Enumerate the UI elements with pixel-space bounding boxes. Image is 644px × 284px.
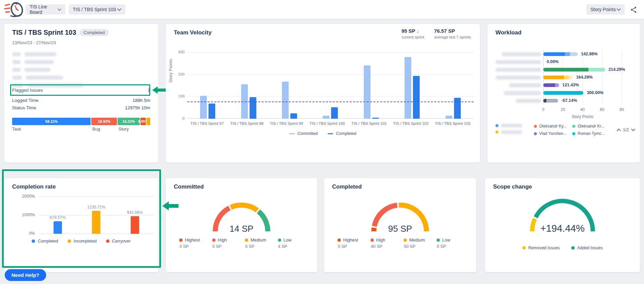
workload-value-label: 121.43% [562,83,579,87]
completion-rate-card: Completion rate 0%1000%2000%678.57%1235.… [4,178,158,272]
workload-bar-segment [555,83,559,87]
legend-item-high[interactable]: High40 SP [371,237,404,249]
blurred-value [24,68,51,72]
workload-value-label: 300.00% [587,90,603,95]
legend-item-incompleted[interactable]: Incompleted [68,239,97,244]
x-axis-category-label: TIS / TBS Sprint 99 [270,121,303,125]
workload-card: Workload 142.86%0.00%214.29%164.29%121.4… [487,24,640,163]
legend-item-added-issues[interactable]: Added Issues [571,246,603,250]
velocity-bar-completed [208,104,215,119]
legend-dot [179,238,183,242]
legend-column [495,124,530,136]
y-axis-tick: 100 [172,94,185,98]
trend-down-icon: ↓ [417,28,419,34]
legend-label: Completed [336,131,356,136]
legend-item[interactable]: Roman Tymc... [572,131,607,136]
blurred-assignee-name [495,81,541,89]
legend-item[interactable] [495,124,530,127]
need-help-button[interactable]: Need Help? [5,269,46,281]
workload-bar [543,91,583,95]
issue-type-distribution-bar: 58.11%18.92%16.22%4.05% [12,118,150,125]
legend-dot [534,132,537,135]
workload-legend-pagination: 1/2 [617,127,635,132]
chevron-up-icon [617,129,621,131]
gauge-segment-High [374,205,397,226]
completed-card: Completed 95 SP Highest5 SPHigh40 SPMedi… [324,178,476,272]
legend-item[interactable]: Oleksandr Kr... [572,124,607,129]
committed-card: Committed 14 SP Highest0 SPHigh5 SPMediu… [166,178,317,272]
completion-bar-column: 1235.71% [87,205,105,234]
legend-item-completed[interactable]: Completed [32,239,58,244]
legend-item-highest[interactable]: Highest0 SP [179,237,212,249]
legend-item-highest[interactable]: Highest5 SP [337,237,371,249]
sprint-selector-dropdown[interactable]: TIS / TBS Sprint 103 [69,4,125,15]
chevron-down-icon [117,8,121,11]
legend-label: Medium [409,237,425,243]
legend-item-carryover[interactable]: Carryover [106,239,131,244]
velocity-bar-committed [323,116,329,119]
sprint-title: TIS / TBS Sprint 103 [12,29,76,36]
committed-title: Committed [174,183,204,190]
share-button[interactable] [629,5,638,14]
sprint-summary-card: TIS / TBS Sprint 103 Completed 13/Nov/23… [4,24,158,163]
workload-bar [543,52,578,56]
legend-item-completed[interactable]: Completed [328,131,356,136]
legend-dot [68,239,71,243]
chevron-down-icon [58,8,61,11]
x-axis-tick: 60 [600,107,604,112]
workload-bar-segment [543,99,546,103]
velocity-bars [187,52,474,119]
blurred-assignee-name [495,89,541,97]
velocity-bar-completed [290,113,297,119]
workload-value-label: 0.00% [547,59,558,64]
legend-page-up-button[interactable] [617,129,621,131]
unit-selector-dropdown[interactable]: Story Points [586,4,625,15]
blurred-legend-name [501,124,522,127]
blurred-label [12,83,24,87]
scope-change-title: Scope change [493,183,532,190]
gridline [39,215,154,216]
legend-item-removed-issues[interactable]: Removed Issues [522,246,560,250]
completion-bar-column: 678.57% [50,215,66,234]
blurred-detail-row [12,83,84,87]
legend-dot [278,238,281,242]
velocity-x-axis-labels: TIS / TBS Sprint 97TIS / TBS Sprint 98TI… [187,121,474,125]
legend-item[interactable] [495,130,530,134]
velocity-bar-committed [200,96,207,119]
issue-type-label: Task [12,126,21,132]
committed-legend: Highest0 SPHigh5 SPMedium5 SPLow4 SP [179,237,311,249]
legend-item-low[interactable]: Low4 SP [278,237,311,249]
velocity-bar-completed [250,97,256,119]
legend-item-high[interactable]: High5 SP [212,237,245,249]
flagged-issues-label: Flagged Issues [12,88,43,93]
legend-page-indicator: 1/2 [623,127,629,132]
scope-change-value: +194.44% [485,223,640,234]
workload-bar-segment [543,52,565,56]
x-axis-category-label: TIS / TBS Sprint 100 [310,121,345,125]
legend-item-committed[interactable]: Committed [289,131,318,136]
legend-label: Vlad Yurchen... [539,131,567,136]
blurred-value [26,76,63,80]
workload-bar-segment [543,83,555,87]
legend-dot [437,238,440,242]
workload-bar-segment [543,76,564,79]
x-axis-tick: 0 [542,107,545,112]
average-velocity-stat: 76.57 SP average last 7 sprints [434,28,471,39]
legend-page-down-button[interactable] [631,129,635,131]
legend-item-low[interactable]: Low0 SP [437,237,470,249]
velocity-bar-committed [405,57,411,119]
legend-item-medium[interactable]: Medium5 SP [245,237,278,249]
workload-bar-track: 164.29% [543,74,632,81]
average-velocity-value: 76.57 SP [434,28,471,34]
legend-item[interactable]: Oleksandr Ky... [534,124,569,129]
legend-dot [571,246,575,250]
legend-value: 4 SP [278,244,311,249]
legend-label: Highest [343,237,358,243]
board-selector-dropdown[interactable]: TIS Line Board [26,4,65,15]
workload-bar-track: 142.86% [543,50,632,58]
legend-item[interactable]: Vlad Yurchen... [534,131,569,136]
legend-item-medium[interactable]: Medium50 SP [404,237,437,249]
legend-column: Oleksandr Kr...Roman Tymc... [572,124,607,136]
blurred-assignee-name [495,50,541,58]
workload-bar-segment [565,52,570,56]
